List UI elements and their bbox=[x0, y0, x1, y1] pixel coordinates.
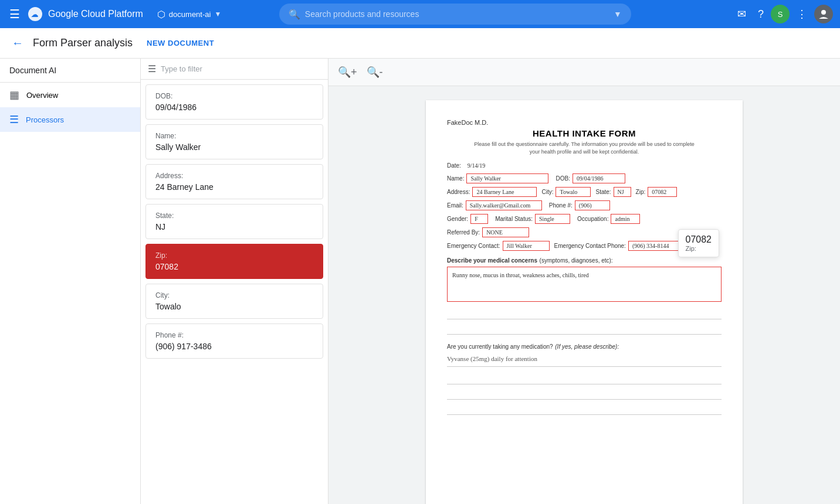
top-nav: ☰ ☁ Google Cloud Platform ⬡ document-ai … bbox=[0, 0, 840, 28]
help-icon[interactable]: ? bbox=[753, 4, 768, 25]
overview-icon: ▦ bbox=[9, 88, 19, 101]
field-value-dob: 09/04/1986 bbox=[155, 103, 313, 112]
doc-gender-label: Gender: bbox=[447, 216, 468, 222]
field-value-state: NJ bbox=[155, 222, 313, 231]
zoom-in-button[interactable]: 🔍+ bbox=[336, 63, 360, 81]
notifications-icon[interactable]: ✉ bbox=[733, 3, 751, 25]
field-value-address: 24 Barney Lane bbox=[155, 182, 313, 192]
main-layout: Document AI ▦ Overview ☰ Processors ☰ DO… bbox=[0, 59, 840, 504]
field-value-phone: (906) 917-3486 bbox=[155, 342, 313, 351]
doc-occupation-field: admin bbox=[611, 214, 640, 224]
sidebar-item-label-processors: Processors bbox=[26, 115, 64, 124]
field-card-name[interactable]: Name: Sally Walker bbox=[145, 124, 323, 159]
field-card-zip[interactable]: Zip: 07082 bbox=[145, 244, 323, 279]
search-bar[interactable]: 🔍 ▼ bbox=[279, 4, 631, 25]
field-value-zip: 07082 bbox=[155, 262, 313, 271]
doc-medication-section: Are you currently taking any medication?… bbox=[447, 342, 722, 367]
doc-email-row: Email: Sally.walker@Gmail.com Phone #: (… bbox=[447, 200, 722, 210]
second-bar: ← Form Parser analysis NEW DOCUMENT bbox=[0, 28, 840, 59]
doc-date-row: Date: 9/14/19 bbox=[447, 162, 722, 169]
project-selector[interactable]: ⬡ document-ai ▼ bbox=[153, 6, 226, 22]
search-dropdown-icon: ▼ bbox=[614, 9, 622, 19]
doc-line-4 bbox=[447, 387, 722, 400]
doc-address-row: Address: 24 Barney Lane City: Towalo Sta… bbox=[447, 187, 722, 197]
tooltip-label: Zip: bbox=[686, 245, 712, 252]
avatar[interactable] bbox=[814, 5, 833, 23]
doc-state-label: State: bbox=[595, 189, 611, 195]
field-card-state[interactable]: State: NJ bbox=[145, 204, 323, 239]
doc-page: FakeDoc M.D. HEALTH INTAKE FORM Please f… bbox=[426, 100, 743, 504]
doc-gender-field: F bbox=[470, 214, 488, 224]
field-value-city: Towalo bbox=[155, 302, 313, 311]
doc-title: HEALTH INTAKE FORM bbox=[447, 128, 722, 138]
sidebar-item-processors[interactable]: ☰ Processors bbox=[0, 107, 140, 132]
doc-panel: 🔍+ 🔍- FakeDoc M.D. HEALTH INTAKE FORM Pl… bbox=[328, 59, 840, 504]
doc-emergency-field: Jill Walker bbox=[503, 241, 550, 251]
user-badge[interactable]: S bbox=[771, 5, 790, 23]
sidebar-header: Document AI bbox=[0, 59, 140, 83]
doc-date-value: 9/14/19 bbox=[468, 162, 486, 169]
sidebar-item-label-overview: Overview bbox=[26, 91, 58, 100]
project-name: document-ai bbox=[169, 10, 211, 19]
avatar-icon bbox=[818, 8, 829, 20]
field-label-name: Name: bbox=[155, 132, 313, 140]
more-options-icon[interactable]: ⋮ bbox=[792, 3, 812, 25]
sidebar-item-overview[interactable]: ▦ Overview bbox=[0, 83, 140, 107]
filter-icon: ☰ bbox=[148, 63, 156, 74]
doc-referred-label: Referred By: bbox=[447, 229, 480, 236]
doc-dob-label: DOB: bbox=[556, 175, 570, 182]
field-value-name: Sally Walker bbox=[155, 142, 313, 152]
field-card-dob[interactable]: DOB: 09/04/1986 bbox=[145, 84, 323, 120]
field-label-zip: Zip: bbox=[155, 251, 313, 260]
field-card-city[interactable]: City: Towalo bbox=[145, 284, 323, 319]
doc-lines-2 bbox=[447, 372, 722, 415]
gcp-logo[interactable]: ☁ Google Cloud Platform bbox=[27, 6, 143, 22]
doc-content[interactable]: FakeDoc M.D. HEALTH INTAKE FORM Please f… bbox=[328, 86, 840, 504]
tooltip-box: 07082 Zip: bbox=[678, 229, 720, 257]
zoom-out-button[interactable]: 🔍- bbox=[364, 63, 385, 81]
fields-panel-header: ☰ bbox=[141, 59, 328, 80]
filter-input[interactable] bbox=[161, 64, 321, 73]
gcp-logo-text: Google Cloud Platform bbox=[48, 9, 143, 19]
field-card-address[interactable]: Address: 24 Barney Lane bbox=[145, 164, 323, 199]
doc-name-row: Name: Sally Walker DOB: 09/04/1986 bbox=[447, 173, 722, 183]
fields-list: DOB: 09/04/1986 Name: Sally Walker Addre… bbox=[141, 80, 328, 504]
doc-zip-field: 07082 bbox=[648, 187, 677, 197]
svg-point-2 bbox=[821, 10, 826, 15]
doc-emergency-phone-field: (906) 334-8144 bbox=[628, 241, 681, 251]
doc-referred-field: NONE bbox=[482, 227, 529, 237]
doc-concerns-note: (symptoms, diagnoses, etc): bbox=[540, 257, 613, 264]
doc-toolbar: 🔍+ 🔍- bbox=[328, 59, 840, 86]
hamburger-menu[interactable]: ☰ bbox=[7, 5, 22, 23]
doc-practice: FakeDoc M.D. bbox=[447, 119, 722, 126]
doc-medication-value: Vyvanse (25mg) daily for attention bbox=[447, 355, 537, 362]
doc-medication-label: Are you currently taking any medication? bbox=[447, 343, 553, 350]
gcp-logo-icon: ☁ bbox=[27, 6, 43, 22]
doc-medication-field: Vyvanse (25mg) daily for attention bbox=[447, 353, 722, 367]
doc-emergency-label: Emergency Contact: bbox=[447, 243, 500, 249]
doc-address-field: 24 Barney Lane bbox=[472, 187, 537, 197]
doc-concerns-text: Runny nose, mucus in throat, weakness ac… bbox=[452, 271, 716, 280]
doc-concerns-section: Describe your medical concerns (symptoms… bbox=[447, 256, 722, 302]
doc-line-3 bbox=[447, 372, 722, 384]
page-title: Form Parser analysis bbox=[33, 37, 133, 49]
doc-address-label: Address: bbox=[447, 189, 470, 195]
field-label-address: Address: bbox=[155, 172, 313, 180]
field-card-phone[interactable]: Phone #: (906) 917-3486 bbox=[145, 323, 323, 359]
doc-marital-label: Marital Status: bbox=[495, 216, 533, 222]
tooltip-value: 07082 bbox=[686, 234, 712, 245]
doc-lines-1 bbox=[447, 307, 722, 335]
doc-occupation-label: Occupation: bbox=[577, 216, 608, 222]
back-button[interactable]: ← bbox=[9, 34, 26, 52]
new-document-button[interactable]: NEW DOCUMENT bbox=[147, 39, 214, 47]
project-dropdown-icon: ▼ bbox=[214, 10, 221, 18]
svg-text:☁: ☁ bbox=[31, 11, 38, 19]
doc-city-field: Towalo bbox=[556, 187, 591, 197]
search-input[interactable] bbox=[305, 9, 604, 19]
doc-medication-note: (If yes, please describe): bbox=[555, 343, 619, 350]
field-label-city: City: bbox=[155, 291, 313, 299]
doc-line-5 bbox=[447, 402, 722, 415]
field-label-state: State: bbox=[155, 212, 313, 220]
doc-subtitle: Please fill out the questionnaire carefu… bbox=[447, 141, 722, 155]
doc-state-field: NJ bbox=[614, 187, 631, 197]
